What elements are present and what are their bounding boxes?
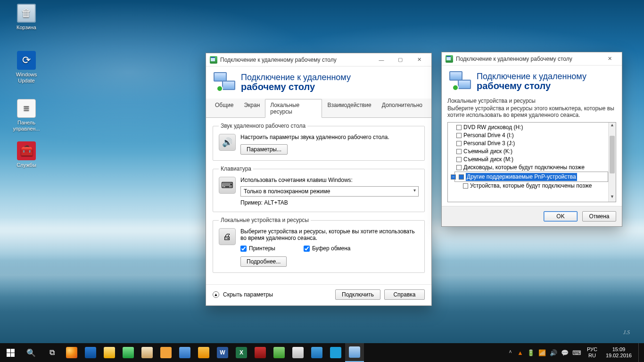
system-tray: ＾ ▲ 🔋 📶 🔊 💬 ⌨ РУС RU 15:09 19.02.2016 [504,343,644,362]
desktop-icon-label: Службы [8,162,44,168]
devices-subheading: Локальные устройства и ресурсы [442,96,622,105]
checkbox-clipboard[interactable]: Буфер обмена [304,245,351,252]
more-devices-button[interactable]: Подробнее... [240,256,287,267]
taskbar-app[interactable] [157,343,175,362]
desktop-icon-control-panel[interactable]: ≡ Панель управлен... [8,99,44,132]
tree-collapse-icon[interactable]: − [451,174,456,180]
desktop-icon-services[interactable]: 🧰 Службы [8,141,44,168]
taskbar-app-rdc-active[interactable] [345,343,364,362]
devices-tree[interactable]: DVD RW дисковод (H:) Personal Drive 4 (I… [447,122,616,202]
tree-item-selected[interactable]: − Другие поддерживаемые PnP-устройства [454,172,608,182]
keyboard-text: Использовать сочетания клавиш Windows: [240,177,419,183]
taskbar-app[interactable] [175,343,194,362]
file-icon: ≡ [17,99,36,118]
search-button[interactable]: 🔍 [21,343,41,362]
ie-icon [85,347,96,358]
maximize-button[interactable]: ▢ [391,54,410,66]
tree-item[interactable]: Дисководы, которые будут подключены позж… [456,164,608,172]
tree-item[interactable]: DVD RW дисковод (H:) [456,123,608,132]
taskbar-app[interactable] [100,343,119,362]
taskbar-app[interactable] [81,343,100,362]
group-keyboard-legend: Клавиатура [219,165,253,172]
tab-advanced[interactable]: Дополнительно [377,99,428,118]
tree-item[interactable]: Personal Drive 3 (J:) [456,140,608,148]
hide-options-link[interactable]: Скрыть параметры [223,291,273,298]
taskbar-app[interactable]: X [232,343,251,362]
language-indicator[interactable]: РУС RU [585,346,599,359]
taskbar-clock[interactable]: 15:09 19.02.2016 [603,346,635,359]
tree-scrollbar[interactable]: ▲ ▼ [608,123,616,202]
rdc-heading: Подключение к удаленному рабочему столу [477,72,586,90]
scroll-thumb[interactable] [610,136,615,173]
keyboard-example: Пример: ALT+TAB [240,199,419,206]
action-center-icon[interactable]: 💬 [561,349,569,356]
tab-experience[interactable]: Взаимодействие [322,99,376,118]
app-icon [273,347,285,358]
devices-dialog-title: Подключение к удаленному рабочему столу [456,56,600,62]
remote-audio-text: Настроить параметры звука удаленного раб… [240,134,419,140]
app-icon [179,347,190,358]
keyboard-mode-select[interactable]: Только в полноэкранном режиме [240,186,419,197]
app-icon [330,347,341,358]
chrome-icon [66,347,77,358]
rdc-heading: Подключение к удаленному рабочему столу [241,73,351,91]
audio-settings-button[interactable]: Параметры... [240,144,288,155]
scroll-down-icon[interactable]: ▼ [609,194,616,202]
tab-local-resources[interactable]: Локальные ресурсы [265,99,322,118]
collapse-arrow-icon[interactable]: ▲ [213,291,219,298]
minimize-button[interactable]: — [372,54,391,66]
taskbar-app[interactable] [270,343,289,362]
scroll-up-icon[interactable]: ▲ [609,123,616,130]
taskbar-app[interactable] [289,343,307,362]
network-icon[interactable]: 📶 [538,349,546,356]
tab-general[interactable]: Общие [210,99,239,118]
tree-item[interactable]: Съемный диск (K:) [456,148,608,156]
volume-icon[interactable]: 🔊 [550,349,557,356]
battery-icon[interactable]: 🔋 [527,349,535,356]
group-local-devices-legend: Локальные устройства и ресурсы [219,217,311,223]
tab-display[interactable]: Экран [239,99,265,118]
checkbox-printers[interactable]: Принтеры [240,245,275,252]
tree-item[interactable]: Personal Drive 4 (I:) [456,132,608,140]
taskbar-app[interactable]: W [213,343,232,362]
devices-dialog-titlebar[interactable]: Подключение к удаленному рабочему столу … [442,52,622,66]
devices-icon: 🖨 [219,228,236,245]
cancel-button[interactable]: Отмена [582,211,616,222]
tree-item[interactable]: Устройства, которые будут подключены поз… [456,182,608,190]
group-remote-audio-legend: Звук удаленного рабочего стола [219,123,307,129]
desktop-icon-recycle-bin[interactable]: 🗑 Корзина [8,4,44,31]
windows-logo-icon [7,349,15,357]
rdc-window: Подключение к удаленному рабочему столу … [206,53,432,306]
ok-button[interactable]: OK [544,211,578,222]
windows-update-icon: ⟳ [17,51,36,70]
rdc-titlebar[interactable]: Подключение к удаленному рабочему столу … [206,53,431,66]
start-button[interactable] [0,343,21,362]
taskbar-app[interactable] [307,343,326,362]
help-button[interactable]: Справка [384,289,425,300]
taskbar-app[interactable] [62,343,81,362]
taskbar-app[interactable] [326,343,345,362]
app-icon [292,347,304,358]
connect-button[interactable]: Подключить [335,289,380,300]
word-icon: W [217,347,228,358]
vlc-tray-icon[interactable]: ▲ [517,349,523,356]
task-view-button[interactable]: ⧉ [41,343,62,362]
taskbar-app[interactable] [138,343,157,362]
app-icon [123,347,134,358]
taskbar-app[interactable] [194,343,213,362]
tray-overflow-icon[interactable]: ＾ [507,348,513,357]
tree-item[interactable]: Съемный диск (M:) [456,156,608,164]
outlook-icon [198,347,209,358]
group-remote-audio: Звук удаленного рабочего стола 🔊 Настрои… [213,123,425,161]
desktop-icon-label: Панель управлен... [8,120,44,132]
show-desktop-button[interactable] [638,343,641,362]
rdc-banner: Подключение к удаленному рабочему столу [206,66,431,99]
close-button[interactable]: ✕ [600,53,619,65]
taskbar-app[interactable] [251,343,270,362]
desktop-icon-windows-update[interactable]: ⟳ Windows Update [8,51,44,84]
close-button[interactable]: ✕ [410,54,429,66]
local-devices-text: Выберите устройства и ресурсы, которые в… [240,228,419,241]
excel-icon: X [236,347,247,358]
taskbar-app[interactable] [119,343,138,362]
keyboard-tray-icon[interactable]: ⌨ [572,349,581,356]
